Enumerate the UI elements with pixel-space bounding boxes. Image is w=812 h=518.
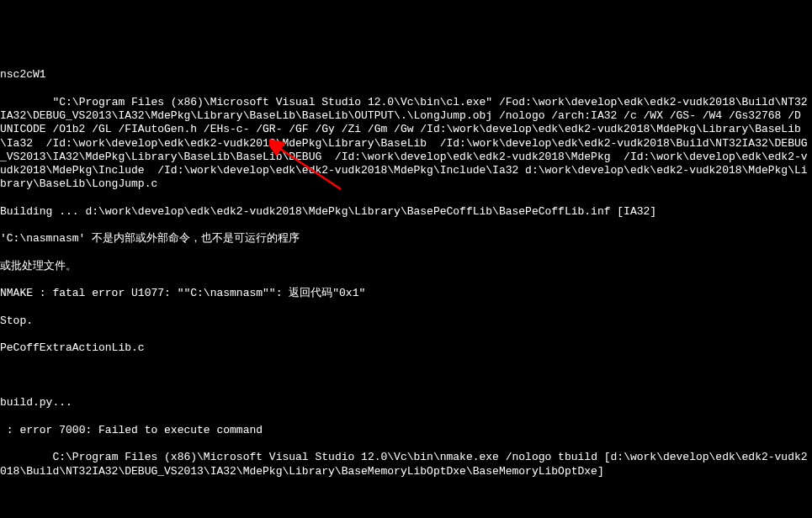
output-line: build.py... [0,396,812,410]
output-line: "C:\Program Files (x86)\Microsoft Visual… [0,96,812,192]
output-line: C:\Program Files (x86)\Microsoft Visual … [0,451,812,478]
output-line: 或批处理文件。 [0,260,812,273]
output-line: PeCoffExtraActionLib.c [0,341,812,355]
terminal-output: nsc2cW1 "C:\Program Files (x86)\Microsof… [0,55,812,518]
output-line: Stop. [0,314,812,328]
error-line: : error 7000: Failed to execute command [0,424,812,437]
output-line: nsc2cW1 [0,68,812,82]
output-line: Building ... d:\work\develop\edk\edk2-vu… [0,205,812,219]
error-line: NMAKE : fatal error U1077: ""C:\nasmnasm… [0,287,812,300]
output-line: 'C:\nasmnasm' 不是内部或外部命令，也不是可运行的程序 [0,232,812,246]
